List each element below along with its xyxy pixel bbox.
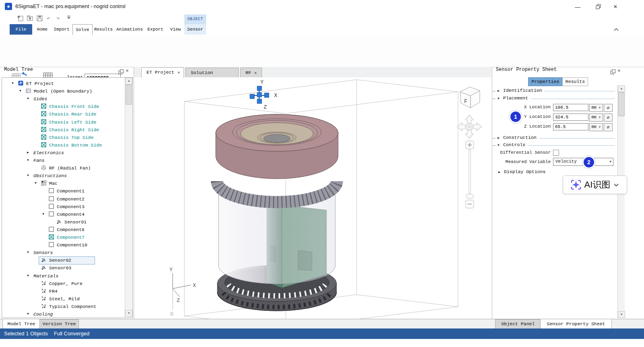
tree-item-sensor01[interactable]: Sensor01 [2, 218, 132, 226]
property-sheet-float-icon[interactable] [610, 69, 616, 75]
tree-item-sensors[interactable]: ▼Sensors [2, 249, 132, 256]
new-button[interactable] [17, 15, 25, 22]
tab-view[interactable]: View [167, 24, 184, 35]
tree-item-chassis-bottom-side[interactable]: Chassis Bottom Side [2, 141, 132, 149]
collapse-icon[interactable]: ▼ [42, 212, 44, 216]
tree-item-steel-mild[interactable]: Steel, Mild [2, 295, 132, 303]
tree-item-electronics[interactable]: ▶Electronics [2, 149, 132, 157]
scroll-down-icon[interactable]: ▼ [125, 310, 132, 317]
tree-item-component3[interactable]: Component3 [2, 203, 132, 211]
tree-item-component6[interactable]: Component6 [2, 226, 132, 233]
zoom-slider[interactable] [466, 141, 474, 208]
tab-animations[interactable]: Animations [115, 24, 144, 35]
collapse-icon[interactable]: ▼ [27, 97, 29, 100]
tree-item-typical-component[interactable]: Typical Component [2, 303, 132, 310]
unit-dropdown[interactable]: mm ▼ [589, 114, 603, 122]
collapse-icon[interactable]: ▼ [27, 274, 29, 277]
z-location-input[interactable] [553, 123, 588, 130]
swap-reference-button[interactable]: ⇄ [604, 104, 613, 112]
tab-results[interactable]: Results [562, 77, 588, 86]
section-identification[interactable]: Identification [503, 88, 542, 93]
view-cube[interactable]: F [460, 87, 480, 108]
model-tree-scrollbar[interactable]: ▲ ▼ [125, 78, 132, 317]
tab-import[interactable]: Import [52, 24, 72, 35]
tab-object-panel[interactable]: Object Panel [495, 319, 541, 329]
restore-button[interactable] [592, 2, 605, 11]
model-tree-float-icon[interactable] [118, 69, 124, 75]
save-button[interactable] [36, 15, 44, 22]
minimize-button[interactable]: — [572, 2, 584, 11]
collapse-ribbon-icon[interactable] [613, 27, 619, 31]
collapse-icon[interactable]: ▼ [19, 89, 21, 93]
tree-item-component4[interactable]: ▼Component4 [2, 211, 132, 218]
y-location-input[interactable] [553, 114, 588, 121]
tree-item-model-open-boundary-[interactable]: ▼Model (Open Boundary) [2, 87, 132, 95]
tree-item-sensor03[interactable]: Sensor03 [2, 264, 132, 272]
open-button[interactable] [27, 15, 35, 22]
tab-et-project[interactable]: ET Project✕ [141, 67, 184, 78]
pan-control[interactable] [457, 115, 481, 138]
tab-solve[interactable]: Solve [72, 24, 93, 35]
unit-dropdown[interactable]: mm ▼ [589, 123, 603, 131]
collapse-icon[interactable]: ▼ [35, 181, 37, 185]
tab-sensor[interactable]: Sensor [184, 24, 206, 35]
close-button[interactable]: × [609, 2, 621, 11]
tree-item-component10[interactable]: Component10 [2, 241, 132, 249]
tree-item-component1[interactable]: Component1 [2, 187, 132, 195]
tab-close-icon[interactable]: ✕ [254, 71, 257, 75]
tree-item-chassis-top-side[interactable]: Chassis Top Side [2, 134, 132, 141]
toolbar-more-button[interactable] [66, 15, 74, 22]
tab-home[interactable]: Home [34, 24, 51, 35]
sensor-gizmo[interactable]: Y X Z [250, 79, 277, 110]
undo-button[interactable]: ↶ [47, 15, 55, 22]
collapse-icon[interactable]: ▼ [27, 158, 29, 162]
unit-dropdown[interactable]: mm ▼ [589, 104, 603, 112]
tab-export[interactable]: Export [145, 24, 166, 35]
tree-item-chassis-rear-side[interactable]: Chassis Rear Side [2, 110, 132, 118]
tree-item-fans[interactable]: ▼Fans [2, 157, 132, 164]
tab-close-icon[interactable]: ✕ [178, 70, 180, 75]
measured-variable-dropdown[interactable]: Velocity ▼ [553, 158, 613, 166]
tree-item-mac[interactable]: ▼Mac [2, 180, 132, 187]
tree-item-chassis-front-side[interactable]: Chassis Front Side [2, 103, 132, 110]
scroll-thumb[interactable] [618, 92, 625, 116]
tree-item-materials[interactable]: ▼Materials [2, 272, 132, 280]
collapse-icon[interactable]: ▼ [27, 174, 29, 177]
tree-item-chassis-left-side[interactable]: Chassis Left Side [2, 118, 132, 126]
tree-item-component2[interactable]: Component2 [2, 195, 132, 203]
tree-item-sides[interactable]: ▼Sides [2, 95, 132, 103]
tree-item-et-project[interactable]: ▼ET Project [2, 80, 132, 87]
collapse-icon[interactable]: ▼ [12, 81, 14, 85]
scroll-up-icon[interactable]: ▲ [618, 85, 625, 92]
scroll-down-icon[interactable]: ▼ [618, 311, 625, 318]
tree-item-rf-radial-fan-[interactable]: RF (Radial Fan) [2, 164, 132, 172]
section-placement[interactable]: Placement [503, 95, 528, 101]
placement-collapse-icon[interactable]: ▼ [497, 97, 500, 100]
tree-item-fr4[interactable]: FR4 [2, 287, 132, 295]
property-sheet-scrollbar[interactable]: ▲ ▼ [617, 85, 625, 318]
tree-item-chassis-right-side[interactable]: Chassis Right Side [2, 126, 132, 134]
tab-solution-control[interactable]: Solution Control✕ [186, 68, 239, 78]
collapse-icon[interactable]: ▼ [27, 312, 29, 316]
tree-item-copper-pure[interactable]: Copper, Pure [2, 280, 132, 287]
construction-expand-icon[interactable]: ▶ [497, 136, 500, 140]
scroll-up-icon[interactable]: ▲ [125, 78, 132, 85]
redo-button[interactable]: ↷ [56, 15, 64, 22]
tab-properties[interactable]: Properties [528, 77, 563, 86]
x-location-input[interactable] [553, 104, 588, 111]
scroll-thumb[interactable] [126, 85, 132, 105]
display-options-expand-icon[interactable]: ▶ [498, 170, 500, 174]
differential-sensor-checkbox[interactable] [553, 150, 559, 156]
collapse-icon[interactable]: ▼ [27, 250, 29, 254]
expand-icon[interactable]: ▶ [27, 151, 29, 154]
ai-recognize-button[interactable]: AI识图 [563, 176, 627, 194]
tab-model-tree-bottom[interactable]: Model Tree [2, 319, 40, 329]
swap-reference-button[interactable]: ⇄ [604, 123, 613, 131]
tab-file[interactable]: File [10, 24, 32, 35]
section-controls[interactable]: Controls [503, 142, 525, 147]
tree-item-sensor02[interactable]: Sensor02 [2, 256, 132, 264]
tree-item-component7[interactable]: Component7 [2, 233, 132, 241]
tab-sensor-property-sheet[interactable]: Sensor Property Sheet [540, 319, 612, 329]
property-sheet-close-icon[interactable]: × [617, 68, 621, 74]
section-display-options[interactable]: Display Options [504, 169, 546, 174]
